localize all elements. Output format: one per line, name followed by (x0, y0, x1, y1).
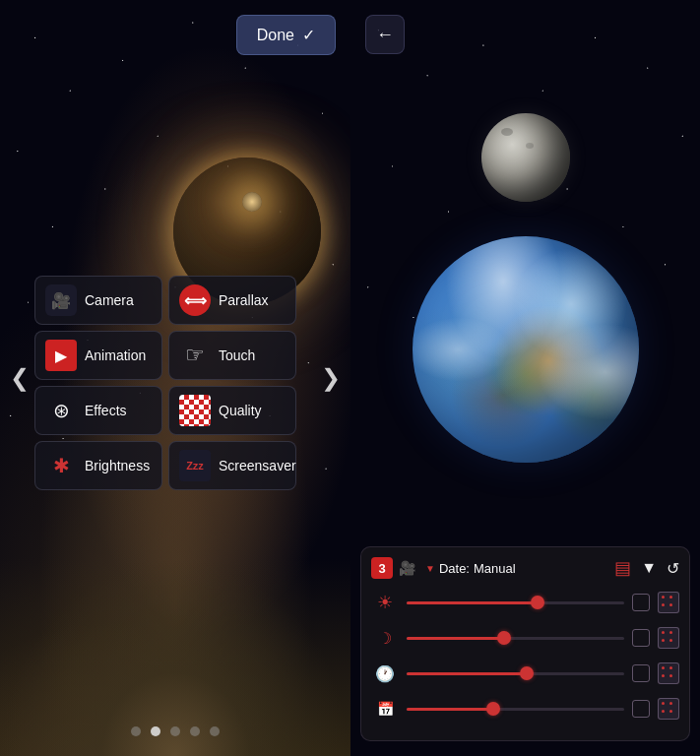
screensaver-icon: Zzz (179, 450, 211, 481)
screensaver-label: Screensaver (219, 458, 296, 473)
dice-dot (669, 702, 672, 705)
control-row-clock: 🕐 (371, 660, 679, 687)
dice-dot (669, 596, 672, 598)
dot-1[interactable] (131, 726, 141, 736)
date-dropdown[interactable]: ▼ Date: Manual (425, 561, 516, 576)
right-panel: ← 3 🎥 ▼ Date: Manual ▤ ▼ ↺ ☀ (350, 0, 700, 756)
earth-clouds (413, 236, 639, 463)
menu-item-animation[interactable]: ▶ Animation (34, 331, 162, 380)
sun-checkbox[interactable] (632, 594, 650, 611)
sun-slider-track[interactable] (407, 601, 624, 604)
sun-slider-thumb (531, 596, 544, 609)
dice-dot (669, 666, 672, 669)
parallax-icon: ⟺ (179, 284, 211, 316)
sun-icon: ☀ (371, 589, 399, 616)
done-label: Done (257, 27, 294, 44)
sun-slider-fill (407, 601, 538, 604)
earth-object (413, 236, 639, 463)
clock-slider-track[interactable] (407, 672, 624, 675)
back-button[interactable]: ← (365, 15, 405, 54)
lens-flare (242, 192, 262, 212)
menu-grid: 🎥 Camera ⟺ Parallax ▶ Animation ☞ Touch … (34, 276, 296, 490)
menu-item-camera[interactable]: 🎥 Camera (34, 276, 162, 325)
control-row-calendar: 📅 (371, 695, 679, 723)
animation-icon: ▶ (45, 340, 77, 371)
dice-dot (669, 603, 672, 606)
effects-label: Effects (85, 403, 127, 418)
quality-label: Quality (219, 403, 262, 418)
dice-dot (669, 639, 672, 642)
refresh-icon[interactable]: ↺ (667, 559, 679, 578)
date-label: Date: (439, 561, 470, 576)
moon-slider-fill (407, 637, 504, 640)
date-value: Manual (474, 561, 516, 576)
dot-5[interactable] (210, 726, 220, 736)
clock-icon: 🕐 (371, 660, 399, 687)
dice-dot (662, 666, 665, 669)
menu-item-effects[interactable]: ⊛ Effects (34, 386, 162, 435)
camera-small-icon: 🎥 (399, 560, 415, 576)
dot-2[interactable] (151, 726, 160, 736)
menu-item-touch[interactable]: ☞ Touch (168, 331, 296, 380)
dice-dot (662, 603, 665, 606)
touch-icon: ☞ (179, 340, 211, 371)
done-check: ✓ (302, 26, 315, 44)
menu-item-brightness[interactable]: ✱ Brightness (34, 441, 162, 490)
touch-label: Touch (219, 347, 255, 363)
control-header: 3 🎥 ▼ Date: Manual ▤ ▼ ↺ (371, 557, 679, 579)
dice-dot (662, 631, 665, 634)
menu-item-screensaver[interactable]: Zzz Screensaver (168, 441, 296, 490)
camera-label: Camera (85, 292, 134, 308)
camera-icon: 🎥 (45, 284, 77, 316)
calendar-slider-fill (407, 708, 493, 711)
animation-label: Animation (85, 347, 146, 363)
menu-item-parallax[interactable]: ⟺ Parallax (168, 276, 296, 325)
left-panel: Done ✓ ❮ ❯ 🎥 Camera ⟺ Parallax ▶ Animati… (0, 0, 350, 756)
moon-slider-track[interactable] (407, 637, 624, 640)
dice-dot (662, 674, 665, 677)
dice-dot (662, 702, 665, 705)
dot-4[interactable] (190, 726, 200, 736)
parallax-label: Parallax (219, 292, 269, 308)
sun-dice[interactable] (658, 592, 679, 613)
moon-dice[interactable] (658, 627, 679, 649)
dot-3[interactable] (170, 726, 180, 736)
camera-badge: 3 (371, 557, 393, 579)
dice-dot (662, 710, 665, 713)
quality-icon (179, 395, 211, 426)
dropdown-triangle: ▼ (425, 563, 435, 574)
list-icon[interactable]: ▤ (614, 557, 631, 579)
moon-object (481, 113, 570, 202)
calendar-dice[interactable] (658, 698, 679, 720)
back-arrow-icon: ← (376, 25, 394, 45)
dice-dot (669, 631, 672, 634)
clock-checkbox[interactable] (632, 664, 650, 682)
nav-right-arrow[interactable]: ❯ (316, 353, 346, 403)
control-row-moon: ☽ (371, 624, 679, 652)
control-panel: 3 🎥 ▼ Date: Manual ▤ ▼ ↺ ☀ (360, 546, 690, 741)
effects-icon: ⊛ (45, 395, 77, 426)
nav-left-arrow[interactable]: ❮ (5, 353, 34, 403)
moon-slider-thumb (497, 631, 511, 645)
dice-dot (662, 639, 665, 642)
calendar-icon: 📅 (371, 695, 399, 723)
clock-slider-fill (407, 672, 527, 675)
clock-slider-thumb (520, 666, 534, 680)
menu-item-quality[interactable]: Quality (168, 386, 296, 435)
dice-dot (662, 596, 665, 598)
dice-dot (669, 710, 672, 713)
pagination-dots (131, 726, 220, 736)
dice-dot (669, 674, 672, 677)
clock-dice[interactable] (658, 662, 679, 684)
calendar-slider-track[interactable] (407, 708, 624, 711)
done-button[interactable]: Done ✓ (236, 15, 336, 55)
brightness-label: Brightness (85, 458, 150, 473)
calendar-slider-thumb (486, 702, 500, 716)
moon-icon: ☽ (371, 624, 399, 652)
control-row-sun: ☀ (371, 589, 679, 616)
moon-checkbox[interactable] (632, 629, 650, 647)
calendar-checkbox[interactable] (632, 700, 650, 718)
brightness-icon: ✱ (45, 450, 77, 481)
dropdown-arrow-icon[interactable]: ▼ (641, 559, 657, 577)
